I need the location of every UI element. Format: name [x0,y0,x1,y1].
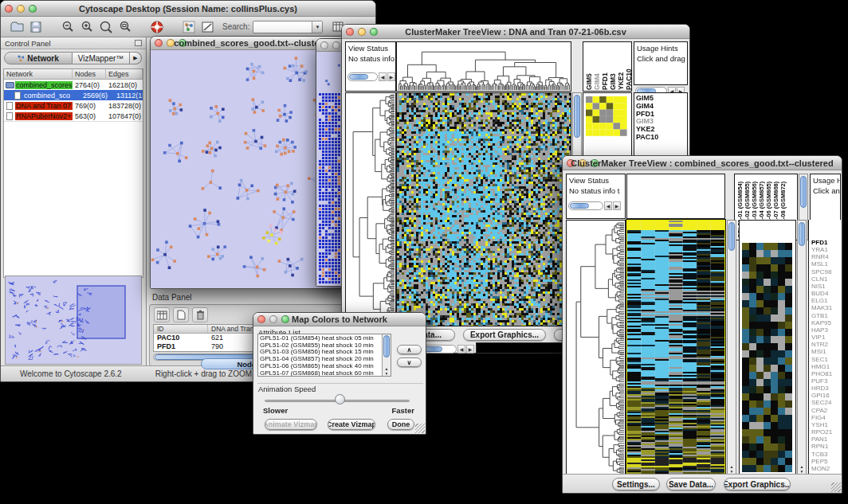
attribute-table-icon[interactable] [154,307,170,322]
close-icon[interactable] [320,41,328,49]
heatmap-canvas[interactable] [396,92,571,326]
treeview2-titlebar[interactable]: ClusterMaker TreeView : combined_scores_… [563,156,842,170]
column-labels: GIM5GIM4PFD1GIM3YKE2PAC10 [585,44,631,90]
view-status-scrollbar[interactable]: ◀ ▶ [568,201,621,210]
attribute-list[interactable]: GPL51-01 (GSM854) heat shock 05 minGPL51… [257,334,391,377]
gene-label: VIP1 [811,334,832,341]
attribute-list-scrollbar[interactable]: ▲▼ [382,334,391,376]
network-nodes-count: 563(0) [73,112,106,120]
gene-label: MSI1 [811,348,832,355]
column-label: PFD1 [601,44,609,90]
gene-label: GIM3 [636,118,658,126]
row-dendrogram[interactable] [566,220,626,475]
slower-label: Slower [263,406,288,415]
slider-thumb[interactable] [335,394,345,404]
row-dendrogram[interactable] [345,92,396,326]
resize-grip[interactable] [415,424,425,433]
scroll-right-icon[interactable]: ▶ [387,72,395,81]
network-table-row[interactable]: combined_scores2764(0)16218(0) [4,80,143,90]
gene-label: TCB3 [811,451,832,458]
scroll-right-icon[interactable]: ▶ [466,345,474,354]
main-titlebar[interactable]: Cytoscape Desktop (Session Name: collins… [1,1,375,17]
folder-icon [6,82,14,88]
desktop: Cytoscape Desktop (Session Name: collins… [0,0,848,504]
treeview2-button[interactable]: Save Data... [666,478,716,490]
open-file-button[interactable] [7,18,26,36]
gene-label: RNR4 [811,253,832,260]
gene-label: KAP95 [811,319,832,326]
gene-label: GTB1 [811,312,832,319]
move-up-button[interactable]: ∧ [397,345,422,354]
treeview1-hscrollbar[interactable]: ◀ ▶ [422,345,474,354]
dialog-titlebar[interactable]: Map Colors to Network [253,313,426,326]
resize-grip[interactable] [831,483,841,492]
gene-label: BUD4 [811,290,832,297]
treeview1-button[interactable]: Export Graphics... [463,329,546,341]
scroll-left-icon[interactable]: ◀ [379,72,387,81]
heatmap-vscrollbar[interactable]: ▲▼ [727,220,736,475]
network-nodes-count: 2569(6) [80,92,114,100]
zoom-selected-icon[interactable] [96,18,116,36]
network-edges-count: 183728(0) [106,102,143,110]
zoom-out-icon[interactable] [58,18,77,36]
new-attribute-icon[interactable] [173,307,189,322]
delete-trash-icon[interactable] [192,307,208,322]
move-down-button[interactable]: ∨ [397,357,422,367]
scroll-left-icon[interactable]: ◀ [457,345,465,354]
network-table-row[interactable]: combined_sco2569(6)13112(15) [4,90,143,100]
zoom-vscrollbar[interactable]: ▲▼ [797,220,807,475]
gene-label: GIM5 [636,95,658,103]
mini-heatmap[interactable] [586,96,627,136]
file-icon [6,112,13,120]
scroll-right-icon[interactable]: ▶ [613,201,621,210]
gene-label: HRD3 [811,385,832,392]
view-status-panel: View Status No status info f ◀ ▶ [345,41,396,92]
gene-label: CLN1 [811,275,832,283]
dialog-button[interactable]: Create Vizmap [328,419,375,430]
network-overview-thumbnail[interactable] [5,275,142,365]
network-nodes-count: 2764(0) [73,81,106,89]
treeview2-button[interactable]: Export Graphics... [724,478,791,490]
gene-label: YKE2 [636,126,658,134]
attribute-list-item[interactable]: GPL51-07 (GSM868) heat shock 60 min [260,370,391,377]
treeview1-titlebar[interactable]: ClusterMaker TreeView : DNA and Tran 07-… [342,25,689,39]
float-panel-icon[interactable] [135,40,142,46]
network-name: combined_sco [23,92,80,100]
zoom-fit-icon[interactable] [116,18,135,36]
network-name: RNAPuberNov2+ [15,112,73,120]
network-table-row[interactable]: RNAPuberNov2+563(0)107847(0) [4,111,143,121]
tab-vizmapper[interactable]: VizMapper™ [73,52,130,64]
annotation-icon[interactable] [198,18,218,36]
column-label: YKE2 [617,44,625,90]
gene-label: MON2 [811,465,832,472]
network-name: combined_scores [15,81,73,89]
chevron-down-icon[interactable]: ▼ [312,21,322,33]
zoom-in-icon[interactable] [77,18,96,36]
gene-label: GIM4 [636,103,658,111]
dialog-title: Map Colors to Network [253,315,426,324]
gene-label: PUF3 [811,377,832,385]
summary-strip [476,342,570,354]
network-table-row[interactable]: DNA and Tran 07769(0)183728(0) [4,100,143,111]
scroll-left-icon[interactable]: ◀ [604,201,612,210]
dialog-button[interactable]: Done [387,419,414,430]
gene-label: SEC1 [811,356,832,363]
attribute-cell: PAC10 [154,334,208,342]
zoom-heatmap[interactable] [742,243,792,472]
gene-label: PEP5 [811,458,832,465]
treeview2-button[interactable]: Settings... [612,478,660,490]
gene-label: MAK31 [811,304,832,311]
column-label: GIM5 [585,44,593,90]
tab-overflow-button[interactable]: ▶ [130,52,142,64]
save-button[interactable] [26,18,45,36]
dialog-button[interactable]: Animate Vizmap [265,419,317,430]
tab-network[interactable]: Network [4,52,73,64]
search-input[interactable]: ▼ [253,21,323,33]
heatmap-canvas[interactable] [626,220,725,475]
minimize-icon[interactable] [332,41,340,49]
column-label: PAC10 [625,44,631,90]
column-dendrogram[interactable] [396,41,571,92]
ontology-graph-icon[interactable] [179,18,198,36]
help-lifesaver-icon[interactable] [147,18,167,36]
view-status-scrollbar[interactable]: ◀ ▶ [347,72,395,81]
